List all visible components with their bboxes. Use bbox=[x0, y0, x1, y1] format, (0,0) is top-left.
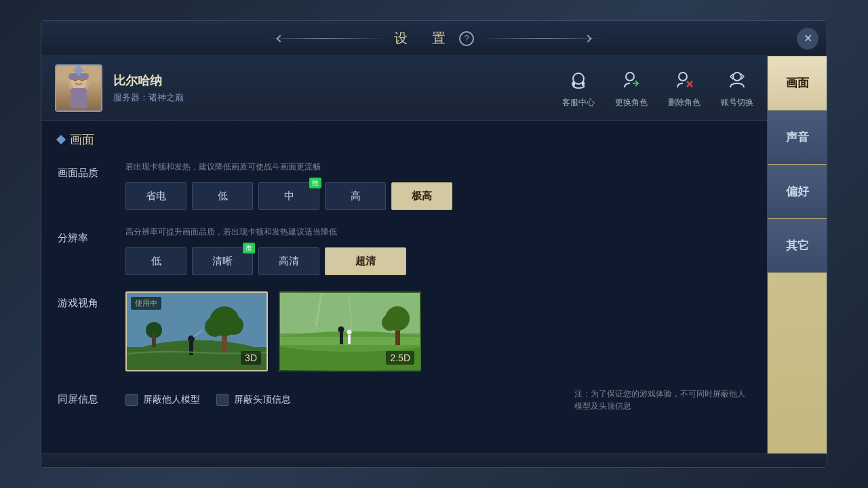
resolution-controls: 高分辨率可提升画面品质，若出现卡顿和发热建议适当降低 低 清晰 推 高清 超清 bbox=[125, 226, 751, 275]
modal-title: 设 置 bbox=[394, 29, 451, 47]
customer-service-label: 客服中心 bbox=[562, 97, 595, 108]
svg-point-7 bbox=[87, 81, 91, 85]
svg-point-22 bbox=[205, 317, 225, 337]
sidebar-tabs: 画面 声音 偏好 其它 bbox=[767, 56, 827, 453]
profile-actions: 客服中心 更换角色 bbox=[562, 68, 753, 108]
change-character-icon bbox=[619, 68, 644, 93]
switch-account-icon bbox=[725, 68, 749, 93]
content-area: 比尔哈纳 服务器：诸神之巅 客服中心 bbox=[41, 56, 767, 453]
quality-button-group: 省电 低 中 推 高 极高 bbox=[125, 182, 751, 210]
view-3d-option[interactable]: 使用中 3D bbox=[125, 291, 268, 371]
quality-ultra-button[interactable]: 极高 bbox=[391, 182, 452, 210]
resolution-hint: 高分辨率可提升画面品质，若出现卡顿和发热建议适当降低 bbox=[125, 226, 751, 238]
view-2d-thumbnail: 2.5D bbox=[279, 291, 421, 371]
section-title: 画面 bbox=[58, 131, 751, 148]
quality-power-save-button[interactable]: 省电 bbox=[125, 182, 186, 210]
view-3d-thumbnail: 使用中 3D bbox=[125, 291, 268, 371]
quality-high-button[interactable]: 高 bbox=[325, 182, 386, 210]
same-screen-label: 同屏信息 bbox=[58, 388, 112, 406]
title-decoration: 设 置 ? bbox=[264, 29, 604, 47]
svg-point-11 bbox=[626, 73, 634, 81]
resolution-ultra-button[interactable]: 超清 bbox=[325, 247, 406, 275]
title-bar: 设 置 ? ✕ bbox=[41, 21, 827, 56]
settings-modal: 设 置 ? ✕ bbox=[41, 20, 827, 468]
svg-point-16 bbox=[733, 73, 741, 81]
quality-controls: 若出现卡顿和发热，建议降低画质可使战斗画面更流畅 省电 低 中 推 高 极高 bbox=[125, 161, 751, 210]
delete-character-button[interactable]: 删除角色 bbox=[668, 68, 701, 108]
tab-display[interactable]: 画面 bbox=[768, 56, 827, 110]
in-use-badge: 使用中 bbox=[131, 297, 161, 310]
delete-character-label: 删除角色 bbox=[668, 97, 701, 108]
hide-models-label: 屏蔽他人模型 bbox=[143, 394, 200, 406]
help-icon[interactable]: ? bbox=[459, 31, 474, 46]
close-button[interactable]: ✕ bbox=[797, 28, 818, 49]
quality-label: 画面品质 bbox=[58, 161, 112, 180]
hide-models-checkbox[interactable]: 屏蔽他人模型 bbox=[125, 394, 200, 406]
profile-info: 比尔哈纳 服务器：诸神之巅 bbox=[113, 73, 184, 104]
section-title-text: 画面 bbox=[70, 131, 94, 148]
svg-point-6 bbox=[66, 81, 71, 85]
profile-name: 比尔哈纳 bbox=[113, 73, 184, 89]
title-line-right bbox=[482, 38, 604, 39]
switch-account-label: 账号切换 bbox=[721, 97, 753, 108]
hide-info-checkbox[interactable]: 屏蔽头顶信息 bbox=[216, 394, 291, 406]
view-3d-label: 3D bbox=[241, 351, 261, 365]
main-area: 比尔哈纳 服务器：诸神之巅 客服中心 bbox=[41, 56, 827, 453]
same-screen-note: 注：为了保证您的游戏体验，不可同时屏蔽他人模型及头顶信息 bbox=[574, 388, 751, 412]
quality-medium-badge: 推 bbox=[309, 178, 321, 188]
resolution-button-group: 低 清晰 推 高清 超清 bbox=[125, 247, 751, 275]
svg-rect-37 bbox=[340, 332, 343, 344]
delete-character-icon bbox=[672, 68, 696, 93]
quality-low-button[interactable]: 低 bbox=[192, 182, 253, 210]
hide-models-box bbox=[125, 394, 138, 406]
quality-medium-button[interactable]: 中 推 bbox=[258, 182, 319, 210]
change-character-button[interactable]: 更换角色 bbox=[615, 68, 648, 108]
tab-sound[interactable]: 声音 bbox=[768, 110, 827, 165]
profile-server: 服务器：诸神之巅 bbox=[113, 92, 184, 104]
bottom-bar bbox=[41, 453, 827, 467]
svg-rect-39 bbox=[348, 335, 351, 344]
svg-point-38 bbox=[338, 327, 344, 333]
resolution-low-button[interactable]: 低 bbox=[125, 247, 186, 275]
view-label: 游戏视角 bbox=[58, 291, 112, 310]
checkbox-row: 屏蔽他人模型 屏蔽头顶信息 注：为了保证您的游戏体验，不可同时屏蔽他人模型及头顶… bbox=[125, 388, 751, 412]
svg-point-36 bbox=[382, 314, 398, 331]
headset-icon bbox=[566, 68, 591, 93]
hide-info-box bbox=[216, 394, 229, 406]
view-controls: 使用中 3D bbox=[125, 291, 751, 371]
title-line-left bbox=[264, 38, 386, 39]
resolution-clear-button[interactable]: 清晰 推 bbox=[192, 247, 253, 275]
quality-hint: 若出现卡顿和发热，建议降低画质可使战斗画面更流畅 bbox=[125, 161, 751, 173]
view-2d-option[interactable]: 2.5D bbox=[279, 291, 421, 371]
quality-setting-row: 画面品质 若出现卡顿和发热，建议降低画质可使战斗画面更流畅 省电 低 中 推 高… bbox=[58, 161, 751, 210]
tab-preference[interactable]: 偏好 bbox=[768, 165, 827, 219]
resolution-clear-badge: 推 bbox=[243, 243, 255, 253]
view-2d-label: 2.5D bbox=[386, 351, 414, 365]
svg-rect-26 bbox=[189, 342, 193, 355]
svg-rect-10 bbox=[582, 81, 585, 86]
resolution-setting-row: 分辨率 高分辨率可提升画面品质，若出现卡顿和发热建议适当降低 低 清晰 推 高清… bbox=[58, 226, 751, 275]
same-screen-controls: 屏蔽他人模型 屏蔽头顶信息 注：为了保证您的游戏体验，不可同时屏蔽他人模型及头顶… bbox=[125, 388, 751, 412]
same-screen-row: 同屏信息 屏蔽他人模型 屏蔽头顶信息 注：为了保证您的游戏体验，不可同时 bbox=[58, 388, 751, 412]
avatar-container bbox=[55, 64, 102, 112]
svg-rect-2 bbox=[71, 88, 87, 108]
hide-info-label: 屏蔽头顶信息 bbox=[234, 394, 291, 406]
svg-point-23 bbox=[224, 316, 243, 335]
tab-other[interactable]: 其它 bbox=[768, 219, 827, 273]
section-diamond-icon bbox=[56, 135, 66, 144]
customer-service-button[interactable]: 客服中心 bbox=[562, 68, 595, 108]
svg-point-13 bbox=[679, 73, 687, 81]
thumbnail-group: 使用中 3D bbox=[125, 291, 751, 371]
switch-account-button[interactable]: 账号切换 bbox=[721, 68, 753, 108]
profile-header: 比尔哈纳 服务器：诸神之巅 客服中心 bbox=[41, 56, 767, 121]
change-character-label: 更换角色 bbox=[615, 97, 648, 108]
svg-point-40 bbox=[347, 330, 352, 335]
svg-rect-25 bbox=[152, 333, 156, 347]
settings-content: 画面 画面品质 若出现卡顿和发热，建议降低画质可使战斗画面更流畅 省电 低 中 … bbox=[41, 121, 767, 453]
view-setting-row: 游戏视角 bbox=[58, 291, 751, 371]
resolution-label: 分辨率 bbox=[58, 226, 112, 245]
resolution-hd-button[interactable]: 高清 bbox=[258, 247, 319, 275]
